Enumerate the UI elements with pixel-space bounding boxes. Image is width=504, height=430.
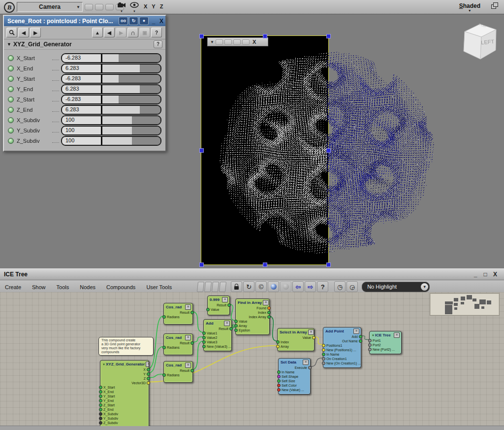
layout-tab[interactable] bbox=[212, 282, 219, 292]
recycle-icon[interactable]: ↻ bbox=[129, 17, 138, 25]
param-slider[interactable]: 6.283 bbox=[61, 105, 161, 115]
node-menu-icon[interactable]: ≡ bbox=[185, 335, 191, 340]
display-mode-selector[interactable]: Shaded▼ bbox=[459, 2, 480, 12]
node-menu-icon[interactable]: ≡ bbox=[222, 297, 228, 302]
output-port-index[interactable]: Index bbox=[236, 310, 269, 315]
minimize-button[interactable]: _ bbox=[150, 17, 158, 26]
input-port-x-end[interactable]: X_End bbox=[100, 390, 149, 394]
param-value-input[interactable]: 100 bbox=[62, 137, 101, 145]
output-port-result[interactable]: Result bbox=[164, 341, 192, 345]
node-collapse-icon[interactable]: ▼ bbox=[372, 334, 375, 337]
region-resize-handle[interactable] bbox=[326, 148, 331, 153]
ice-graph-canvas[interactable]: This compound createa 3D Grid point gene… bbox=[0, 292, 504, 426]
animatable-led-icon[interactable] bbox=[8, 55, 14, 61]
param-value-input[interactable]: 6.283 bbox=[62, 85, 101, 93]
menu-user-tools[interactable]: User Tools bbox=[146, 284, 172, 290]
output-port-result[interactable]: Result bbox=[164, 368, 192, 373]
node-menu-icon[interactable]: ≡ bbox=[353, 329, 359, 334]
param-value-input[interactable]: -6.283 bbox=[62, 75, 101, 83]
animatable-led-icon[interactable] bbox=[8, 107, 14, 113]
input-port-in-name[interactable]: In Name bbox=[323, 352, 361, 357]
input-port-radians[interactable]: Radians bbox=[164, 373, 192, 377]
node-menu-icon[interactable]: ≡ bbox=[308, 330, 314, 335]
input-port-y-start[interactable]: Y_Start bbox=[100, 394, 149, 398]
user-icon[interactable]: ● bbox=[139, 17, 149, 25]
input-port-z-subdiv[interactable]: Z_Subdiv bbox=[100, 421, 149, 425]
nav-back-arrow-icon[interactable]: ⇦ bbox=[292, 281, 304, 292]
menu-create[interactable]: Create bbox=[5, 284, 21, 290]
param-value-input[interactable]: 6.283 bbox=[62, 106, 101, 114]
ice-node-add[interactable]: Add≡ResultValue1Value2Value3New (Value3)… bbox=[203, 319, 232, 351]
param-slider[interactable]: -6.283 bbox=[61, 74, 161, 84]
slider-track[interactable] bbox=[102, 137, 160, 145]
input-port-z-start[interactable]: Z_Start bbox=[100, 403, 149, 407]
animatable-led-icon[interactable] bbox=[8, 66, 14, 71]
maximize-button[interactable]: □ bbox=[480, 269, 490, 279]
output-port-result[interactable]: Result bbox=[208, 303, 229, 307]
animatable-led-icon[interactable] bbox=[8, 128, 14, 133]
copyright-circle-icon[interactable]: © bbox=[255, 281, 267, 292]
input-port-port2[interactable]: Port2 bbox=[370, 343, 401, 347]
ice-node-v0999[interactable]: 0.999≡ResultValue bbox=[207, 296, 230, 315]
input-port-epsilon[interactable]: Epsilon bbox=[236, 328, 269, 332]
animatable-led-icon[interactable] bbox=[8, 138, 14, 144]
region-resize-handle[interactable] bbox=[326, 263, 331, 267]
property-page-titlebar[interactable]: Scene_Root : pointcloud : Point Clo... o… bbox=[4, 16, 165, 26]
input-port-index[interactable]: Index bbox=[278, 340, 314, 344]
axis-lock-x[interactable]: X bbox=[144, 3, 148, 9]
output-port-execute[interactable]: Execute bbox=[279, 365, 310, 370]
param-slider[interactable]: 6.283 bbox=[61, 64, 161, 73]
input-port-x-subdiv[interactable]: X_Subdiv bbox=[100, 412, 149, 416]
node-menu-icon[interactable]: ≡ bbox=[263, 300, 269, 305]
slider-track[interactable] bbox=[102, 54, 160, 62]
close-button[interactable]: X bbox=[158, 17, 165, 26]
slider-track[interactable] bbox=[102, 116, 160, 124]
input-port-new-port2-[interactable]: New (Port2) ... bbox=[370, 347, 401, 352]
input-port-value[interactable]: Value bbox=[208, 307, 229, 312]
ice-node-cos2[interactable]: Cos_rad≡ResultRadians bbox=[163, 333, 193, 355]
input-port-self-size[interactable]: Self.Size bbox=[279, 379, 310, 383]
input-port-port1[interactable]: Port1 bbox=[370, 338, 401, 343]
param-slider[interactable]: 100 bbox=[61, 126, 161, 135]
slider-track[interactable] bbox=[102, 65, 160, 72]
nav-forward-arrow-icon[interactable]: ⇨ bbox=[305, 281, 316, 292]
nav-up-button[interactable]: ▲ bbox=[92, 28, 103, 37]
input-port-positions1[interactable]: Positions1 bbox=[323, 343, 361, 348]
region-option-slot[interactable] bbox=[233, 39, 241, 45]
globe-icon[interactable] bbox=[268, 281, 279, 292]
animatable-led-icon[interactable] bbox=[8, 76, 14, 82]
node-menu-icon[interactable]: ≡ bbox=[224, 321, 230, 326]
ice-node-cos3[interactable]: Cos_rad≡ResultRadians bbox=[163, 361, 193, 383]
param-value-input[interactable]: 100 bbox=[62, 127, 101, 134]
output-port-y[interactable]: Y bbox=[100, 372, 149, 376]
param-value-input[interactable]: -6.283 bbox=[62, 54, 101, 62]
axis-lock-z[interactable]: Z bbox=[160, 3, 164, 9]
window-layout-icon[interactable] bbox=[491, 2, 498, 9]
help-button[interactable]: ? bbox=[317, 281, 328, 292]
ice-node-find[interactable]: Find in Array≡FoundIndexIndex ArrayValue… bbox=[235, 298, 270, 335]
axis-lock-y[interactable]: Y bbox=[152, 3, 156, 9]
node-menu-icon[interactable]: ≡ bbox=[394, 332, 400, 338]
input-port-value[interactable]: Value bbox=[236, 319, 269, 324]
magnet-icon[interactable]: ∩ bbox=[127, 28, 138, 37]
camera-view-selector[interactable]: Camera ▼ bbox=[17, 2, 83, 12]
layers-icon[interactable]: ▣ bbox=[139, 28, 150, 37]
input-port-radians[interactable]: Radians bbox=[164, 315, 192, 319]
nav-back-button[interactable]: ◀ bbox=[104, 28, 115, 37]
region-close-icon[interactable]: X bbox=[252, 39, 256, 45]
graph-minimap[interactable] bbox=[430, 293, 500, 316]
input-port-radians[interactable]: Radians bbox=[164, 345, 192, 350]
input-port-in-name[interactable]: In Name bbox=[279, 370, 310, 374]
output-port-z[interactable]: Z bbox=[100, 376, 149, 381]
param-value-input[interactable]: 100 bbox=[62, 116, 101, 124]
region-resize-handle[interactable] bbox=[199, 148, 204, 153]
slider-track[interactable] bbox=[102, 106, 160, 114]
help-button[interactable]: ? bbox=[151, 28, 162, 37]
output-port-result[interactable]: Result bbox=[164, 310, 192, 315]
minimize-button[interactable]: _ bbox=[471, 269, 480, 279]
region-resize-handle[interactable] bbox=[263, 34, 267, 38]
input-port-z-end[interactable]: Z_End bbox=[100, 407, 149, 412]
node-collapse-icon[interactable]: ▼ bbox=[102, 363, 105, 366]
slider-track[interactable] bbox=[102, 75, 160, 83]
animatable-led-icon[interactable] bbox=[8, 86, 14, 92]
